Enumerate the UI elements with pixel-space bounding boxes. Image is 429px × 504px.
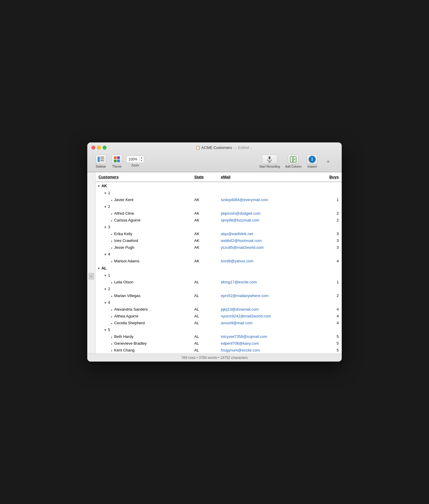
statusbar-text: 789 rows • 3789 words • 18752 characters <box>181 356 248 360</box>
zoom-control[interactable]: 100% ▲ ▼ Zoom <box>126 156 144 167</box>
start-recording-label: Start Recording <box>259 165 280 168</box>
traffic-lights <box>91 146 107 150</box>
theme-button[interactable]: Theme <box>110 154 123 169</box>
customer-state: AL <box>191 313 218 320</box>
customer-buys: 4 <box>315 313 342 320</box>
svg-text:+: + <box>294 157 296 161</box>
table-row[interactable]: ●Lelia Olson AL ekmg17@excite.com 1 <box>96 279 342 285</box>
svg-rect-7 <box>117 160 120 162</box>
customer-email[interactable]: ekmg17@excite.com <box>218 279 315 285</box>
table-row[interactable]: ●Ines Crawford AK wxbb42@hushmail.com 3 <box>96 237 342 244</box>
customer-buys: 2 <box>315 210 342 217</box>
customer-state: AK <box>191 217 218 224</box>
inspect-icon: i <box>307 155 317 164</box>
customer-state: AL <box>191 347 218 354</box>
minimize-button[interactable] <box>97 146 101 150</box>
table-row[interactable]: ●Javier Kent AK szdxp4084@everymail.com … <box>96 196 342 203</box>
customer-name: ●Lelia Olson <box>96 279 191 285</box>
col-customers[interactable]: Customers <box>96 172 191 182</box>
close-button[interactable] <box>91 146 95 150</box>
window-title: 📋 ACME Customers — Edited ↓ <box>110 145 338 150</box>
customer-name: ●Kent Chang <box>96 347 191 354</box>
customer-buys: 5 <box>315 347 342 354</box>
sidebar-icon <box>96 155 106 164</box>
svg-rect-1 <box>100 157 104 158</box>
sidebar-handle-icon[interactable]: ☰ <box>89 273 94 280</box>
group-label: ▼AL <box>96 264 342 272</box>
inspect-button[interactable]: i Inspect <box>306 154 319 169</box>
customer-buys: 3 <box>315 230 342 237</box>
customer-email[interactable]: yczu85@mail2world.com <box>218 244 315 251</box>
table-row[interactable]: ●Genevieve Bradley AL edpenf706@kaxy.com… <box>96 340 342 347</box>
table-row[interactable]: ●Althea Aguirre AL nyornr9242@mail2world… <box>96 313 342 320</box>
theme-icon <box>112 155 122 164</box>
table-container[interactable]: Customers State eMail Buys ▼AK▼1 ●Javier… <box>96 172 342 354</box>
customer-email[interactable]: szdxp4084@everymail.com <box>218 196 315 203</box>
start-recording-button[interactable]: Start Recording <box>258 154 281 169</box>
customer-buys: 4 <box>315 258 342 264</box>
add-column-label: Add Column <box>285 165 301 168</box>
customer-buys: 3 <box>315 244 342 251</box>
customer-email[interactable]: wxbb42@hushmail.com <box>218 237 315 244</box>
zoom-input[interactable]: 100% ▲ ▼ <box>126 156 144 163</box>
table-row[interactable]: ●Marisol Adams AK hnrd9@yahoo.com 4 <box>96 258 342 264</box>
table-row[interactable]: ●Alfred Cline AK pbpmoin@dodgeit.com 2 <box>96 210 342 217</box>
table-row[interactable]: ●Jesse Pugh AK yczu85@mail2world.com 3 <box>96 244 342 251</box>
zoom-arrows[interactable]: ▲ ▼ <box>140 156 144 162</box>
customer-state: AL <box>191 306 218 313</box>
customer-state: AK <box>191 244 218 251</box>
customer-email[interactable]: aiqu@earthlink.net <box>218 230 315 237</box>
table-row[interactable]: ●Kent Chang AL fougynum@excite.com 5 <box>96 347 342 354</box>
customer-email[interactable]: pbpmoin@dodgeit.com <box>218 210 315 217</box>
customer-name: ●Erika Kelly <box>96 230 191 237</box>
zoom-up[interactable]: ▲ <box>140 156 144 159</box>
table-row[interactable]: ●Erika Kelly AK aiqu@earthlink.net 3 <box>96 230 342 237</box>
customer-name: ●Javier Kent <box>96 196 191 203</box>
maximize-button[interactable] <box>103 146 107 150</box>
subgroup-label: ▼2 <box>96 203 342 210</box>
customer-email[interactable]: xjmy88@fuzzmail.com <box>218 217 315 224</box>
customer-buys: 2 <box>315 292 342 299</box>
col-email[interactable]: eMail <box>218 172 315 182</box>
customer-email[interactable]: intcyxwt7358@icqmail.com <box>218 333 315 340</box>
customer-email[interactable]: avvun9@mail.com <box>218 320 315 326</box>
customer-state: AL <box>191 292 218 299</box>
col-state[interactable]: State <box>191 172 218 182</box>
customer-state: AK <box>191 230 218 237</box>
customer-email[interactable]: edpenf706@kaxy.com <box>218 340 315 347</box>
sidebar-label: Sidebar <box>96 165 106 168</box>
col-buys[interactable]: Buys <box>315 172 342 182</box>
zoom-down[interactable]: ▼ <box>140 159 144 162</box>
subgroup-row: ▼4 <box>96 251 342 258</box>
add-column-button[interactable]: + Add Column <box>284 154 303 169</box>
sidebar-strip: ☰ <box>87 172 96 354</box>
more-icon: » <box>323 157 333 166</box>
customer-email[interactable]: eprs52@mailanywhere.com <box>218 292 315 299</box>
customer-email[interactable]: hnrd9@yahoo.com <box>218 258 315 264</box>
customer-state: AK <box>191 258 218 264</box>
zoom-label: Zoom <box>131 164 139 167</box>
inspect-label: Inspect <box>307 165 317 168</box>
customer-state: AL <box>191 340 218 347</box>
table-row[interactable]: ●Alexandria Sanders AL jqkij13@doramail.… <box>96 306 342 313</box>
customer-name: ●Genevieve Bradley <box>96 340 191 347</box>
subgroup-row: ▼2 <box>96 285 342 292</box>
svg-rect-6 <box>114 160 117 162</box>
customer-email[interactable]: jqkij13@doramail.com <box>218 306 315 313</box>
subgroup-row: ▼2 <box>96 203 342 210</box>
subgroup-label: ▼1 <box>96 272 342 279</box>
svg-rect-4 <box>114 156 117 159</box>
customer-buys: 4 <box>315 306 342 313</box>
customer-email[interactable]: fougynum@excite.com <box>218 347 315 354</box>
more-button[interactable]: » <box>322 156 335 167</box>
subgroup-row: ▼1 <box>96 190 342 196</box>
group-label: ▼AK <box>96 182 342 190</box>
table-row[interactable]: ●Beth Hardy AL intcyxwt7358@icqmail.com … <box>96 333 342 340</box>
customer-buys: 3 <box>315 237 342 244</box>
customer-email[interactable]: nyornr9242@mail2world.com <box>218 313 315 320</box>
svg-rect-8 <box>269 156 270 159</box>
table-row[interactable]: ●Cecelia Shepherd AL avvun9@mail.com 4 <box>96 320 342 326</box>
sidebar-button[interactable]: Sidebar <box>94 154 107 169</box>
table-row[interactable]: ●Carissa Aguirre AK xjmy88@fuzzmail.com … <box>96 217 342 224</box>
table-row[interactable]: ●Marian Villegas AL eprs52@mailanywhere.… <box>96 292 342 299</box>
